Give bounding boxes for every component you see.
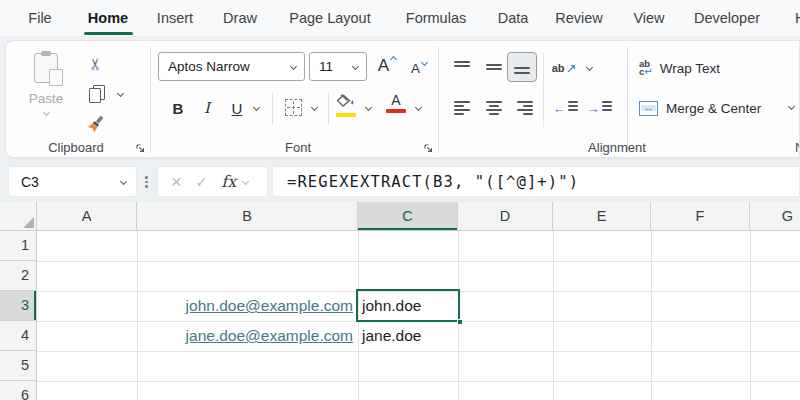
bold-button[interactable]: B xyxy=(166,95,190,121)
align-center-button[interactable] xyxy=(481,95,507,121)
font-size-combobox[interactable]: 11 xyxy=(309,52,367,81)
select-all-button[interactable] xyxy=(0,202,37,231)
dialog-launcher-icon xyxy=(135,143,146,154)
fill-color-bucket-icon xyxy=(336,94,356,108)
fill-handle[interactable] xyxy=(457,319,463,325)
column-header-e[interactable]: E xyxy=(553,202,651,231)
name-box[interactable]: C3 xyxy=(8,166,137,197)
tab-help[interactable]: Help xyxy=(795,0,800,36)
cut-button[interactable]: ✂ xyxy=(84,53,108,75)
wrap-text-button[interactable]: ab c↵ Wrap Text xyxy=(639,55,720,81)
formula-bar-splitter[interactable] xyxy=(145,174,148,190)
caret-up-icon xyxy=(390,55,397,62)
paste-button[interactable]: Paste xyxy=(14,49,78,141)
align-right-button[interactable] xyxy=(512,95,538,121)
orientation-button[interactable]: ab↗ xyxy=(549,56,579,80)
align-bottom-icon xyxy=(514,61,530,74)
align-top-icon xyxy=(454,61,470,74)
font-dialog-launcher[interactable] xyxy=(423,140,434,158)
tab-view[interactable]: View xyxy=(633,0,664,36)
active-tab-underline xyxy=(84,32,133,36)
tab-draw[interactable]: Draw xyxy=(223,0,257,36)
column-header-a[interactable]: A xyxy=(37,202,137,231)
column-header-g[interactable]: G xyxy=(750,202,800,231)
font-color-letter-icon: A xyxy=(386,93,406,108)
fx-chevron-icon[interactable] xyxy=(242,178,249,185)
formula-value: =REGEXEXTRACT(B3, "([^@]+)") xyxy=(273,173,579,191)
copy-dropdown-chevron-icon[interactable] xyxy=(117,90,124,97)
paste-label: Paste xyxy=(29,91,64,106)
increase-indent-arrow-icon: → xyxy=(587,102,600,115)
font-color-chevron-icon[interactable] xyxy=(415,104,422,111)
alignment-group-label: Alignment xyxy=(487,140,747,155)
merge-center-label: Merge & Center xyxy=(666,101,761,116)
ribbon: Paste ✂ Clipboard xyxy=(0,36,800,202)
row-header-1[interactable]: 1 xyxy=(0,231,37,261)
underline-button[interactable]: U xyxy=(226,95,248,121)
paste-clipboard-icon xyxy=(34,53,58,83)
align-left-button[interactable] xyxy=(449,95,475,121)
cancel-button[interactable]: × xyxy=(158,173,182,191)
tab-developer[interactable]: Developer xyxy=(694,0,760,36)
clipped-next-group-label: N xyxy=(795,140,800,155)
formula-input[interactable]: =REGEXEXTRACT(B3, "([^@]+)") xyxy=(272,166,800,197)
group-divider xyxy=(150,47,151,153)
italic-button[interactable]: I xyxy=(196,95,218,121)
underline-chevron-icon[interactable] xyxy=(253,104,260,111)
wrap-text-icon: ab c↵ xyxy=(639,60,653,77)
borders-button[interactable] xyxy=(283,97,303,117)
increase-indent-lines-icon xyxy=(602,101,612,116)
ribbon-content-card: Paste ✂ Clipboard xyxy=(5,40,800,158)
align-top-button[interactable] xyxy=(449,55,475,79)
column-header-c[interactable]: C xyxy=(358,202,458,231)
decrease-indent-button[interactable]: ← xyxy=(550,95,580,121)
fill-color-chevron-icon[interactable] xyxy=(365,104,372,111)
font-color-button[interactable]: A xyxy=(386,93,406,113)
align-bottom-button[interactable] xyxy=(507,52,537,82)
decrease-font-size-button[interactable]: A xyxy=(404,56,432,80)
font-name-chevron-icon xyxy=(290,63,297,70)
cell-c4[interactable]: jane.doe xyxy=(362,321,456,351)
column-header-d[interactable]: D xyxy=(458,202,553,231)
tab-file[interactable]: File xyxy=(28,0,51,36)
gridline xyxy=(651,231,652,400)
enter-button[interactable]: ✓ xyxy=(182,174,208,190)
row-header-2[interactable]: 2 xyxy=(0,261,37,291)
tab-review[interactable]: Review xyxy=(555,0,603,36)
row-header-4[interactable]: 4 xyxy=(0,321,37,351)
font-name-combobox[interactable]: Aptos Narrow xyxy=(158,52,305,81)
group-divider xyxy=(627,47,628,153)
scissors-icon: ✂ xyxy=(88,57,104,70)
merge-center-button[interactable]: ↔ Merge & Center xyxy=(639,94,761,122)
tab-data[interactable]: Data xyxy=(498,0,529,36)
increase-font-size-button[interactable]: A xyxy=(372,53,400,79)
column-header-f[interactable]: F xyxy=(651,202,750,231)
gridline xyxy=(37,381,800,382)
tab-formulas[interactable]: Formulas xyxy=(406,0,466,36)
column-header-b[interactable]: B xyxy=(137,202,358,231)
cell-b3-email-link[interactable]: john.doe@example.com xyxy=(137,291,358,321)
row-header-5[interactable]: 5 xyxy=(0,351,37,381)
gridline xyxy=(37,351,800,352)
row-header-3[interactable]: 3 xyxy=(0,291,37,321)
fill-color-button[interactable] xyxy=(336,94,358,117)
increase-indent-button[interactable]: → xyxy=(584,95,614,121)
cell-b4-email-link[interactable]: jane.doe@example.com xyxy=(137,321,358,351)
align-right-icon xyxy=(517,101,533,116)
merge-center-chevron-icon[interactable] xyxy=(788,103,795,110)
tab-page-layout[interactable]: Page Layout xyxy=(289,0,370,36)
worksheet-grid: A B C D E F G 1 2 3 4 5 6 john.doe@examp… xyxy=(0,202,800,400)
tab-insert[interactable]: Insert xyxy=(157,0,193,36)
copy-button[interactable] xyxy=(86,83,108,105)
tab-home[interactable]: Home xyxy=(88,0,128,36)
orientation-chevron-icon[interactable] xyxy=(586,64,593,71)
align-middle-button[interactable] xyxy=(481,55,507,79)
borders-chevron-icon[interactable] xyxy=(311,104,318,111)
clipboard-dialog-launcher[interactable] xyxy=(135,140,146,158)
excel-window: File Home Insert Draw Page Layout Formul… xyxy=(0,0,800,400)
formula-bar-buttons: × ✓ fx xyxy=(157,166,268,197)
insert-function-button[interactable]: fx xyxy=(207,172,236,191)
row-header-6[interactable]: 6 xyxy=(0,381,37,400)
merge-center-icon: ↔ xyxy=(639,101,658,116)
format-painter-button[interactable] xyxy=(84,113,108,135)
